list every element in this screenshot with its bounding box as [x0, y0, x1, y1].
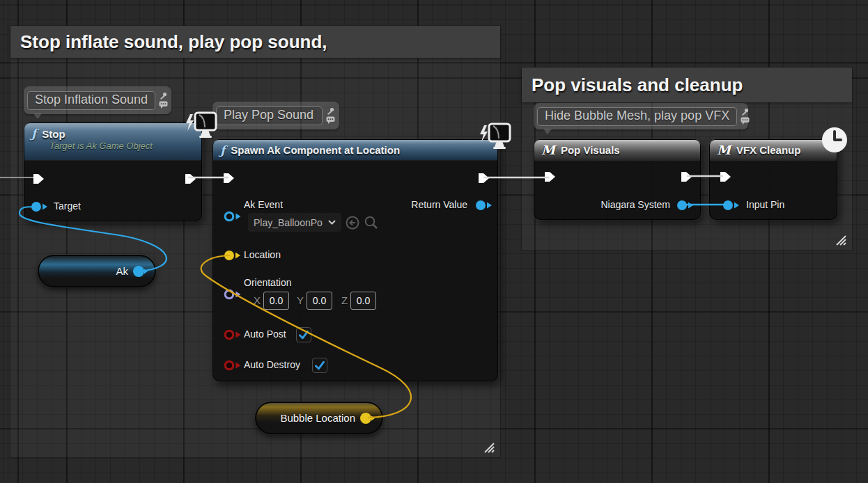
function-icon: ƒ — [220, 143, 225, 157]
pin-location[interactable] — [223, 249, 242, 262]
browse-asset-icon[interactable] — [364, 215, 379, 230]
exec-input-pin[interactable] — [222, 171, 235, 185]
macro-icon: M — [717, 143, 731, 157]
node-comment-text[interactable]: Play Pop Sound — [216, 106, 323, 125]
pushpin-icon[interactable] — [159, 92, 168, 100]
pin-auto-destroy[interactable] — [223, 359, 242, 372]
exec-input-pin[interactable] — [543, 170, 557, 184]
variable-label-ak: Ak — [116, 265, 128, 277]
node-stop[interactable]: ƒ Stop Target is Ak Game Object Target — [24, 122, 202, 221]
node-comment-bubble[interactable]: Play Pop Sound — [212, 102, 339, 129]
exec-output-pin[interactable] — [183, 172, 197, 186]
node-header-stop[interactable]: ƒ Stop Target is Ak Game Object — [24, 123, 201, 161]
orientation-y-input[interactable]: 0.0 — [307, 292, 332, 310]
pin-label-auto-destroy: Auto Destroy — [244, 359, 300, 370]
pin-input-pin[interactable] — [722, 199, 741, 212]
pin-label-return-value: Return Value — [411, 199, 467, 210]
comment-resize-handle[interactable] — [482, 441, 495, 453]
comment-header-pop-visuals[interactable]: Pop visuals and cleanup — [522, 68, 852, 102]
axis-label-x: X — [254, 294, 261, 306]
node-title-stop: Stop — [42, 128, 65, 140]
pin-auto-post[interactable] — [223, 328, 242, 341]
variable-node-ak[interactable]: Ak — [38, 255, 156, 287]
pin-label-ak-event: Ak Event — [244, 199, 283, 210]
pin-bubble-location-output[interactable] — [359, 412, 375, 425]
orientation-x-input[interactable]: 0.0 — [263, 292, 289, 310]
client-only-monitor-icon — [184, 111, 219, 141]
checkmark-icon — [298, 329, 309, 340]
pin-label-auto-post: Auto Post — [244, 328, 286, 340]
node-header-vfx-cleanup[interactable]: M VFX Cleanup — [710, 140, 837, 161]
pin-orientation[interactable] — [223, 288, 242, 301]
node-comment-bubble[interactable]: Hide Bubble Mesh, play pop VFX — [534, 103, 748, 129]
chevron-down-icon — [328, 220, 336, 225]
latent-clock-icon — [821, 126, 848, 154]
client-only-monitor-icon — [478, 122, 513, 152]
comment-title-stop-sound: Stop inflate sound, play pop sound, — [20, 31, 327, 53]
pin-return-value[interactable] — [474, 199, 494, 212]
pin-ak-event[interactable] — [223, 210, 242, 223]
orientation-z-input[interactable]: 0.0 — [350, 292, 376, 310]
exec-input-pin[interactable] — [31, 172, 45, 186]
exec-output-pin[interactable] — [476, 171, 490, 185]
auto-destroy-checkbox[interactable] — [312, 358, 327, 373]
auto-post-checkbox[interactable] — [296, 327, 311, 342]
comment-resize-handle[interactable] — [834, 233, 846, 246]
node-title-spawn: Spawn Ak Component at Location — [231, 144, 400, 156]
function-icon: ƒ — [31, 127, 36, 141]
axis-label-y: Y — [297, 294, 304, 306]
checkmark-icon — [314, 360, 325, 371]
node-comment-text[interactable]: Stop Inflation Sound — [27, 91, 155, 110]
node-title-vfx-cleanup: VFX Cleanup — [736, 144, 801, 156]
pin-ak-output[interactable] — [132, 265, 148, 278]
node-header-pop-visuals[interactable]: M Pop Visuals — [534, 140, 700, 161]
node-pop-visuals[interactable]: M Pop Visuals Niagara System — [534, 139, 701, 220]
axis-label-z: Z — [341, 294, 348, 306]
exec-output-pin[interactable] — [679, 170, 693, 184]
pin-label-input-pin: Input Pin — [746, 199, 784, 210]
macro-icon: M — [541, 143, 555, 157]
exec-input-pin[interactable] — [718, 170, 732, 184]
node-subtitle-stop: Target is Ak Game Object — [49, 141, 153, 151]
pin-label-location: Location — [244, 249, 281, 260]
pin-label-orientation: Orientation — [244, 277, 291, 288]
pin-label-target: Target — [54, 200, 81, 212]
variable-label-bubble-location: Bubble Location — [280, 412, 355, 424]
comment-bubble-icon[interactable] — [326, 116, 335, 124]
use-selected-asset-icon[interactable] — [345, 215, 360, 230]
comment-header-stop-sound[interactable]: Stop inflate sound, play pop sound, — [10, 26, 500, 58]
orientation-x-value: 0.0 — [270, 295, 283, 306]
pushpin-icon[interactable] — [741, 108, 750, 116]
orientation-z-value: 0.0 — [357, 295, 370, 306]
pin-label-niagara-system: Niagara System — [600, 199, 670, 210]
node-spawn-ak-component[interactable]: ƒ Spawn Ak Component at Location Ak Even… — [212, 139, 498, 381]
node-comment-text[interactable]: Hide Bubble Mesh, play pop VFX — [537, 107, 737, 126]
comment-bubble-icon[interactable] — [159, 101, 168, 109]
ak-event-dropdown[interactable]: Play_BalloonPo — [248, 213, 341, 232]
node-comment-bubble[interactable]: Stop Inflation Sound — [24, 86, 171, 114]
node-vfx-cleanup[interactable]: M VFX Cleanup Input Pin — [709, 139, 837, 220]
orientation-y-value: 0.0 — [313, 295, 326, 306]
comment-bubble-icon[interactable] — [741, 117, 750, 125]
pushpin-icon[interactable] — [326, 107, 335, 116]
pin-target[interactable] — [30, 200, 49, 213]
blueprint-graph-canvas[interactable]: Stop inflate sound, play pop sound, Pop … — [0, 0, 868, 483]
node-title-pop-visuals: Pop Visuals — [561, 144, 620, 156]
comment-title-pop-visuals: Pop visuals and cleanup — [532, 74, 743, 96]
pin-niagara-system[interactable] — [676, 199, 695, 212]
node-header-spawn[interactable]: ƒ Spawn Ak Component at Location — [213, 140, 497, 161]
ak-event-dropdown-value: Play_BalloonPo — [254, 217, 323, 228]
variable-node-bubble-location[interactable]: Bubble Location — [255, 402, 383, 434]
